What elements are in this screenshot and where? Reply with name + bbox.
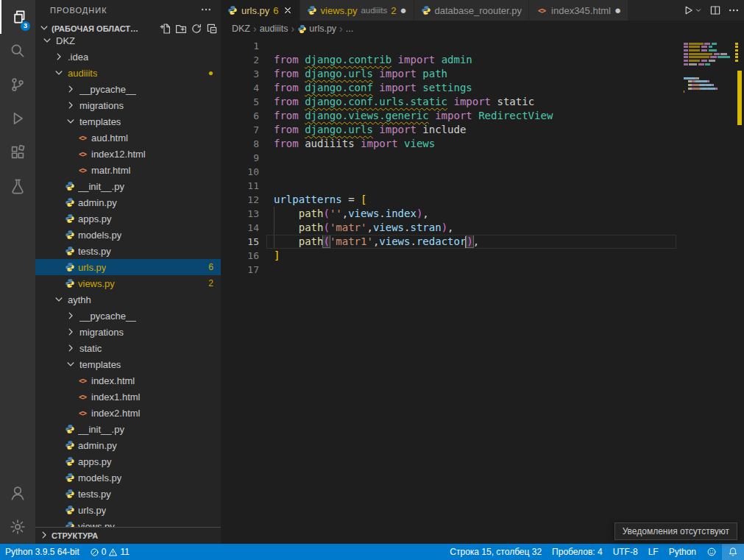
activity-settings[interactable]	[0, 510, 35, 544]
eol-status[interactable]: LF	[643, 544, 664, 560]
breadcrumb-dkz[interactable]: DKZ	[232, 24, 250, 34]
tree-item-templates[interactable]: templates	[35, 113, 221, 130]
tree-item-tests-py[interactable]: tests.py	[35, 486, 221, 502]
tree-item-audiiits[interactable]: audiiits●	[35, 65, 221, 81]
tab-database-roouter-py[interactable]: database_roouter.py	[414, 0, 530, 21]
notifications-bell-button[interactable]	[722, 544, 744, 560]
tree-item-pycache[interactable]: __pycache__	[35, 308, 221, 324]
close-icon[interactable]	[283, 5, 293, 15]
tree-item-migrations[interactable]: migrations	[35, 97, 221, 113]
tab-urls-py[interactable]: urls.py6	[221, 0, 300, 21]
line-content: path('matr',views.stran),	[274, 221, 454, 235]
indentation-status[interactable]: Пробелов: 4	[547, 544, 608, 560]
tree-item-aythh[interactable]: aythh	[35, 291, 221, 308]
tree-item-index12-html[interactable]: <>index12.html	[35, 146, 221, 162]
code-line-9: 9	[221, 151, 744, 165]
activity-run-debug[interactable]	[0, 102, 35, 135]
tree-item-init-py[interactable]: __init__.py	[35, 421, 221, 437]
tree-item-index-html[interactable]: <>index.html	[35, 372, 221, 389]
account-icon	[10, 485, 26, 501]
activity-bar: 3	[0, 0, 35, 544]
tree-item-urls-py[interactable]: urls.py	[35, 502, 221, 518]
code-content[interactable]: 12from django.contrib import admin3from …	[221, 37, 744, 277]
feedback-button[interactable]	[701, 544, 722, 560]
tree-item-matr-html[interactable]: <>matr.html	[35, 162, 221, 178]
tree-item-views-py[interactable]: views.py2	[35, 275, 221, 291]
views-and-more-actions-icon[interactable]	[200, 4, 212, 17]
eol-label: LF	[648, 547, 659, 557]
new-folder-icon[interactable]	[175, 23, 187, 35]
file-name: __init__.py	[78, 424, 124, 435]
tree-item-urls-py[interactable]: urls.py6	[35, 259, 221, 275]
tree-item-pycache[interactable]: __pycache__	[35, 81, 221, 97]
chevron-right-icon	[65, 83, 77, 95]
more-actions-icon[interactable]	[728, 4, 740, 16]
html-file-icon: <>	[77, 166, 88, 174]
tree-item-apps-py[interactable]: apps.py	[35, 453, 221, 469]
tab-views-py[interactable]: views.pyaudiiits2●	[300, 0, 414, 21]
code-editor[interactable]: 12from django.contrib import admin3from …	[221, 37, 744, 544]
tab-label: views.py	[321, 5, 358, 16]
activity-account[interactable]	[0, 476, 35, 510]
chevron-down-icon[interactable]	[694, 6, 703, 15]
tree-item-idea[interactable]: .idea	[35, 49, 221, 65]
refresh-icon[interactable]	[191, 23, 202, 35]
file-name: templates	[79, 116, 121, 127]
tree-item-admin-py[interactable]: admin.py	[35, 194, 221, 210]
activity-bar-bottom	[0, 476, 35, 544]
breadcrumb-audiiits[interactable]: audiiits	[260, 24, 288, 34]
tree-item-models-py[interactable]: models.py	[35, 469, 221, 486]
outline-section-header[interactable]: СТРУКТУРА	[35, 527, 221, 544]
status-bar-right: Строка 15, столбец 32 Пробелов: 4 UTF-8 …	[444, 544, 744, 560]
tree-item-init-py[interactable]: __init__.py	[35, 178, 221, 194]
split-editor-icon[interactable]	[709, 4, 721, 16]
scrollbar[interactable]	[735, 37, 744, 544]
line-content: from django.urls import include	[274, 123, 466, 137]
tree-item-apps-py[interactable]: apps.py	[35, 210, 221, 227]
tab-index345-html[interactable]: <>index345.html●	[529, 0, 628, 21]
minimap[interactable]	[684, 39, 734, 98]
file-name: aythh	[68, 294, 91, 305]
file-name: urls.py	[78, 262, 106, 273]
breadcrumb-urls-py[interactable]: urls.py	[297, 24, 336, 34]
line-content: path('',views.index),	[274, 207, 429, 221]
file-name: apps.py	[78, 213, 112, 224]
tree-item-templates[interactable]: templates	[35, 356, 221, 372]
minimap-line	[684, 70, 734, 72]
minimap-line	[684, 53, 734, 55]
python-interpreter[interactable]: Python 3.9.5 64-bit	[0, 544, 85, 560]
tree-item-tests-py[interactable]: tests.py	[35, 243, 221, 259]
tree-item-migrations[interactable]: migrations	[35, 324, 221, 340]
activity-source-control[interactable]	[0, 68, 35, 102]
tree-item-models-py[interactable]: models.py	[35, 227, 221, 243]
collapse-all-icon[interactable]	[206, 23, 218, 35]
tree-item-index2-html[interactable]: <>index2.html	[35, 405, 221, 421]
activity-explorer[interactable]: 3	[0, 0, 35, 34]
activity-testing[interactable]	[0, 169, 35, 203]
status-bar-left: Python 3.9.5 64-bit 0 11	[0, 544, 135, 560]
line-number: 17	[221, 263, 259, 277]
chevron-down-icon	[38, 22, 50, 34]
status-bar: Python 3.9.5 64-bit 0 11 Строка 15, стол…	[0, 544, 744, 560]
workspace-section-header[interactable]: (РАБОЧАЯ ОБЛАСТЬ) ...	[35, 21, 221, 37]
code-line-5: 5from django.conf.urls.static import sta…	[221, 95, 744, 109]
more-actions-icon[interactable]	[200, 4, 212, 15]
breadcrumb-label: ...	[346, 24, 353, 34]
file-name: apps.py	[78, 456, 112, 467]
file-name: admin.py	[78, 197, 117, 208]
problems-status[interactable]: 0 11	[85, 544, 135, 560]
language-mode-status[interactable]: Python	[664, 544, 701, 560]
encoding-status[interactable]: UTF-8	[608, 544, 643, 560]
tree-item-admin-py[interactable]: admin.py	[35, 437, 221, 453]
line-number: 16	[221, 249, 259, 263]
tree-item-aud-html[interactable]: <>aud.html	[35, 130, 221, 146]
activity-extensions[interactable]	[0, 135, 35, 169]
new-file-icon[interactable]	[160, 23, 171, 35]
run-python-file-button[interactable]	[682, 4, 703, 16]
tree-item-static[interactable]: static	[35, 340, 221, 356]
breadcrumb-separator-icon: ›	[253, 23, 257, 35]
tree-item-index1-html[interactable]: <>index1.html	[35, 389, 221, 405]
breadcrumb-item[interactable]: ...	[346, 24, 353, 34]
cursor-position-status[interactable]: Строка 15, столбец 32	[444, 544, 547, 560]
activity-search[interactable]	[0, 34, 35, 68]
